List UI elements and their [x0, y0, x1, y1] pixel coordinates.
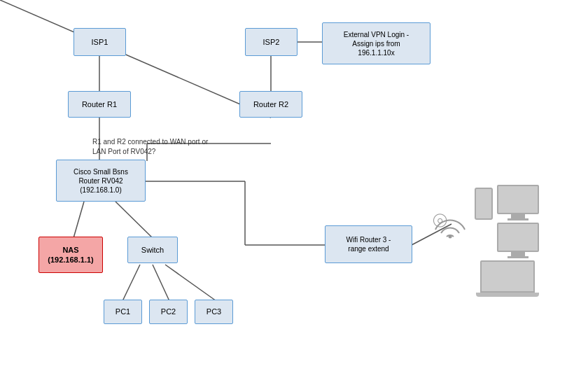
router-r1-node: Router R1	[68, 91, 131, 118]
router-r2-node: Router R2	[239, 91, 302, 118]
nas-node: NAS(192.168.1.1)	[38, 237, 103, 273]
laptop-device	[480, 260, 539, 297]
svg-line-8	[115, 202, 153, 238]
isp2-node: ISP2	[245, 28, 298, 56]
wifi-arcs	[433, 202, 468, 244]
wifi-router3-node: Wifi Router 3 -range extend	[325, 225, 412, 263]
svg-line-4	[0, 0, 271, 118]
pc3-node: PC3	[195, 300, 233, 324]
phone-device	[475, 188, 493, 220]
switch-node: Switch	[127, 237, 178, 263]
svg-line-9	[122, 265, 140, 301]
monitor2-device	[497, 223, 539, 258]
svg-line-7	[74, 202, 84, 238]
wan-question-label: R1 and R2 connected to WAN port orLAN Po…	[92, 137, 264, 157]
cisco-router-node: Cisco Small BsnsRouter RV042(192.168.1.0…	[56, 160, 146, 202]
svg-line-11	[165, 265, 216, 301]
isp1-node: ISP1	[74, 28, 126, 56]
network-diagram: ISP1 ISP2 External VPN Login -Assign ips…	[0, 0, 588, 378]
pc2-node: PC2	[149, 300, 188, 324]
svg-point-16	[449, 235, 452, 239]
svg-line-10	[153, 265, 169, 301]
vpn-node: External VPN Login -Assign ips from196.1…	[322, 22, 430, 64]
pc1-node: PC1	[104, 300, 142, 324]
monitor1-device	[497, 185, 539, 220]
